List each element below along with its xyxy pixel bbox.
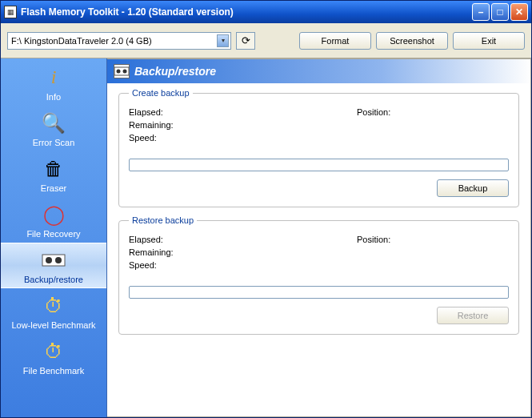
tape-icon [41,247,66,273]
info-icon: i [41,65,66,90]
svg-point-2 [55,257,62,263]
toolbar: F:\ KingstonDataTraveler 2.0 (4 GB) ▾ ⟳ … [1,23,531,58]
create-backup-group: Create backup Elapsed: Position: Remaini… [118,88,519,207]
lifebuoy-icon: ◯ [41,202,66,227]
app-window: ▦ Flash Memory Toolkit - 1.20 (Standard … [0,0,532,418]
app-icon: ▦ [4,6,17,18]
sidebar-item-label: Eraser [41,183,66,193]
backup-button[interactable]: Backup [437,179,509,197]
maximize-button[interactable]: □ [491,3,509,21]
sidebar-item-label: Low-level Benchmark [11,320,95,330]
exit-button[interactable]: Exit [453,32,525,50]
stopwatch-icon: ⏱ [41,293,66,319]
sidebar-item-info[interactable]: i Info [1,60,106,106]
remaining-label: Remaining: [129,120,357,130]
elapsed-label: Elapsed: [129,107,357,117]
backup-progressbar [129,159,509,171]
screenshot-button[interactable]: Screenshot [376,32,448,50]
remaining-label: Remaining: [129,247,357,257]
svg-point-4 [117,70,121,74]
sidebar-item-errorscan[interactable]: 🔍 Error Scan [1,106,106,151]
sidebar-item-eraser[interactable]: 🗑 Eraser [1,151,106,197]
window-buttons: – □ ✕ [472,3,528,21]
sidebar-item-label: Info [46,92,61,102]
create-backup-legend: Create backup [129,88,193,98]
tape-icon [114,64,130,78]
sidebar-item-backuprestore[interactable]: Backup/restore [1,243,106,288]
speed-label: Speed: [129,133,357,143]
main-body: Create backup Elapsed: Position: Remaini… [107,83,530,416]
restore-backup-legend: Restore backup [129,215,197,225]
sidebar-item-label: Error Scan [33,138,75,147]
main-header: Backup/restore [107,59,530,83]
restore-backup-group: Restore backup Elapsed: Position: Remain… [118,215,519,335]
page-title: Backup/restore [134,65,216,78]
sidebar-item-label: File Recovery [26,229,80,239]
speed-label: Speed: [129,260,357,270]
titlebar: ▦ Flash Memory Toolkit - 1.20 (Standard … [1,1,531,23]
restore-button[interactable]: Restore [437,307,509,324]
main-panel: Backup/restore Create backup Elapsed: Po… [107,58,531,417]
format-button[interactable]: Format [299,32,371,50]
sidebar-item-filebench[interactable]: ⏱ File Benchmark [1,334,106,380]
sidebar-item-label: Backup/restore [24,275,83,284]
stopwatch-icon: ⏱ [41,339,66,364]
position-label: Position: [357,235,509,244]
drive-select-value: F:\ KingstonDataTraveler 2.0 (4 GB) [11,36,152,46]
sidebar-item-lowlevelbench[interactable]: ⏱ Low-level Benchmark [1,288,106,334]
sidebar-item-filerecovery[interactable]: ◯ File Recovery [1,197,106,243]
minimize-button[interactable]: – [472,3,490,21]
elapsed-label: Elapsed: [129,235,357,244]
chevron-down-icon: ▾ [217,34,229,47]
position-label: Position: [357,107,509,117]
window-title: Flash Memory Toolkit - 1.20 (Standard ve… [21,6,472,18]
svg-point-1 [46,257,52,263]
sidebar-item-label: File Benchmark [23,366,84,376]
restore-progressbar [129,286,509,299]
close-button[interactable]: ✕ [510,3,528,21]
drive-select[interactable]: F:\ KingstonDataTraveler 2.0 (4 GB) ▾ [7,32,231,50]
refresh-button[interactable]: ⟳ [236,32,255,50]
trash-icon: 🗑 [41,156,66,182]
refresh-icon: ⟳ [242,34,250,46]
magnifier-icon: 🔍 [41,111,66,136]
sidebar: i Info 🔍 Error Scan 🗑 Eraser ◯ File Reco… [1,58,107,417]
body: i Info 🔍 Error Scan 🗑 Eraser ◯ File Reco… [1,58,531,417]
svg-point-5 [123,70,127,74]
